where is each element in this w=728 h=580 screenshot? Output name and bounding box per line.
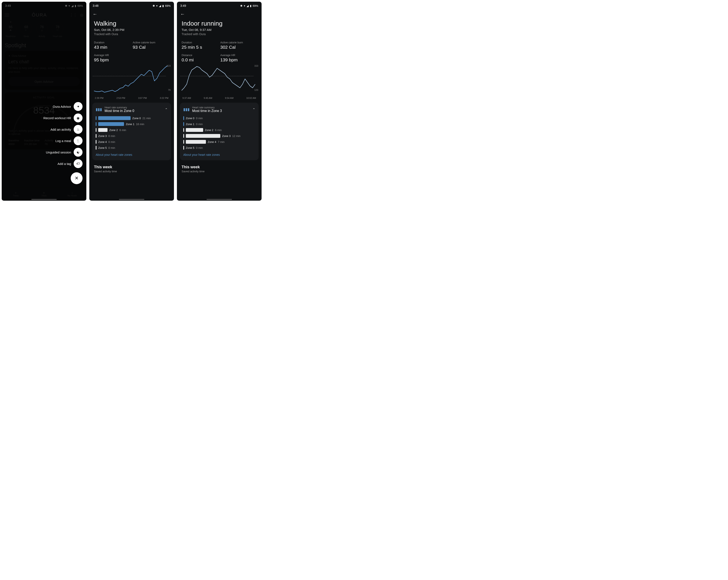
hr-summary-main: Most time in Zone 0: [105, 109, 134, 113]
phone-home: 3:49 ✱ ▾ ◢ ▮ 69% ŌURA ⋮⋮ ◎ ♛86☘: [2, 2, 86, 201]
sparkle-icon[interactable]: ✦: [74, 102, 82, 111]
hr-summary-card[interactable]: ▮▮▮ Heart rate summary Most time in Zone…: [180, 103, 259, 160]
this-week: This week Saved activity time: [89, 160, 174, 173]
zone-bar: [98, 122, 124, 126]
hr-summary-card[interactable]: ▮▮▮ Heart rate summary Most time in Zone…: [92, 103, 171, 160]
activity-title: Indoor running: [182, 20, 257, 27]
zone-bar: [186, 128, 203, 132]
metric-value: 139 bpm: [220, 57, 257, 62]
statusbar: 3:49 ✱▾◢▮69%: [177, 2, 262, 10]
phone-walking: 3:48 ✱▾◢▮69% ← Walking Sun, Oct 06, 2:39…: [89, 2, 174, 201]
status-icons: ✱▾◢▮69%: [153, 4, 171, 7]
statusbar: 3:48 ✱▾◢▮69%: [89, 2, 174, 10]
zone-row: Zone 1 0 min: [183, 122, 255, 126]
hr-summary-sub: Heart rate summary: [192, 106, 222, 109]
zone-row: Zone 4 0 min: [96, 140, 167, 144]
chevron-up-icon[interactable]: ⌃: [165, 107, 167, 111]
activity-date: Tue, Oct 08, 9:37 AM: [182, 28, 257, 31]
wifi-icon: ▾: [244, 4, 245, 7]
fab-add-an-activity[interactable]: Add an activity ♨: [50, 125, 82, 134]
battery-icon: ▮: [250, 4, 252, 7]
battery-icon: ▮: [162, 4, 164, 7]
metric-value: 95 bpm: [94, 57, 131, 62]
bluetooth-icon: ✱: [240, 4, 242, 7]
phone-indoor-running: 3:49 ✱▾◢▮69% ← Indoor running Tue, Oct 0…: [177, 2, 262, 201]
metric-value: 43 min: [94, 45, 131, 50]
zone-row: Zone 2 6 min: [96, 128, 167, 132]
tracked-with: Tracked with Oura: [94, 32, 169, 36]
zone-bar: [186, 134, 220, 138]
bars-icon: ▮▮▮: [183, 107, 190, 112]
zone-row: Zone 1 16 min: [96, 122, 167, 126]
home-indicator: [31, 199, 57, 200]
metric-value: 0.0 mi: [182, 57, 218, 62]
this-week: This week Saved activity time: [177, 160, 262, 173]
metric-value: 25 min 5 s: [182, 45, 218, 50]
tag-icon[interactable]: 🏷: [74, 159, 82, 168]
metric-label: Distance: [182, 54, 218, 57]
metric-label: Average HR: [94, 54, 131, 57]
status-icons: ✱▾◢▮69%: [240, 4, 258, 7]
record-icon[interactable]: ◉: [74, 114, 82, 122]
zone-bar: [186, 140, 206, 144]
zone-row: Zone 3 0 min: [96, 134, 167, 138]
zone-row: Zone 5 0 min: [96, 146, 167, 150]
fab-add-a-tag[interactable]: Add a tag 🏷: [57, 159, 82, 168]
about-zones-link[interactable]: About your heart rate zones: [96, 153, 167, 156]
zone-row: Zone 2 6 min: [183, 128, 255, 132]
meditate-icon[interactable]: ☯: [74, 148, 82, 157]
bluetooth-icon: ✱: [153, 4, 155, 7]
fab-record-workout-hr[interactable]: Record workout HR ◉: [43, 114, 82, 122]
utensils-icon[interactable]: 🍴: [74, 136, 82, 145]
metric-value: 93 Cal: [133, 45, 169, 50]
signal-icon: ◢: [246, 4, 249, 7]
back-button[interactable]: ←: [89, 10, 174, 18]
about-zones-link[interactable]: About your heart rate zones: [183, 153, 255, 156]
hr-summary-main: Most time in Zone 3: [192, 109, 222, 113]
zone-bar: [98, 116, 131, 120]
close-icon: ✕: [75, 175, 79, 181]
metric-label: Active calorie burn: [220, 41, 257, 44]
zone-bar: [98, 128, 107, 132]
zone-row: Zone 0 0 min: [183, 116, 255, 120]
metric-label: Active calorie burn: [133, 41, 169, 44]
fab-overlay[interactable]: Oura Advisor ✦Record workout HR ◉Add an …: [2, 2, 86, 201]
zone-row: Zone 5 0 min: [183, 146, 255, 150]
metric-label: Duration: [94, 41, 131, 44]
home-indicator: [119, 199, 144, 200]
wifi-icon: ▾: [156, 4, 158, 7]
signal-icon: ◢: [159, 4, 161, 7]
fab-unguided-session[interactable]: Unguided session ☯: [46, 148, 82, 157]
zone-row: Zone 0 21 min: [96, 116, 167, 120]
fab-log-a-meal[interactable]: Log a meal 🍴: [55, 136, 82, 145]
hr-chart: 153 120: [180, 64, 258, 96]
bars-icon: ▮▮▮: [96, 107, 102, 112]
tracked-with: Tracked with Oura: [182, 32, 257, 36]
hr-summary-sub: Heart rate summary: [105, 106, 134, 109]
zone-row: Zone 4 7 min: [183, 140, 255, 144]
fab-oura-advisor[interactable]: Oura Advisor ✦: [53, 102, 82, 111]
activity-title: Walking: [94, 20, 169, 27]
activity-date: Sun, Oct 06, 2:39 PM: [94, 28, 169, 31]
fab-close-button[interactable]: ✕: [71, 172, 82, 184]
metric-label: Average HR: [220, 54, 257, 57]
zone-row: Zone 3 12 min: [183, 134, 255, 138]
chevron-up-icon[interactable]: ⌃: [253, 107, 255, 111]
clock: 3:48: [93, 4, 98, 7]
metric-value: 302 Cal: [220, 45, 257, 50]
metric-label: Duration: [182, 41, 218, 44]
flame-icon[interactable]: ♨: [74, 125, 82, 134]
back-button[interactable]: ←: [177, 10, 262, 18]
clock: 3:49: [180, 4, 186, 7]
home-indicator: [207, 199, 232, 200]
hr-chart: 123 79: [93, 64, 171, 96]
